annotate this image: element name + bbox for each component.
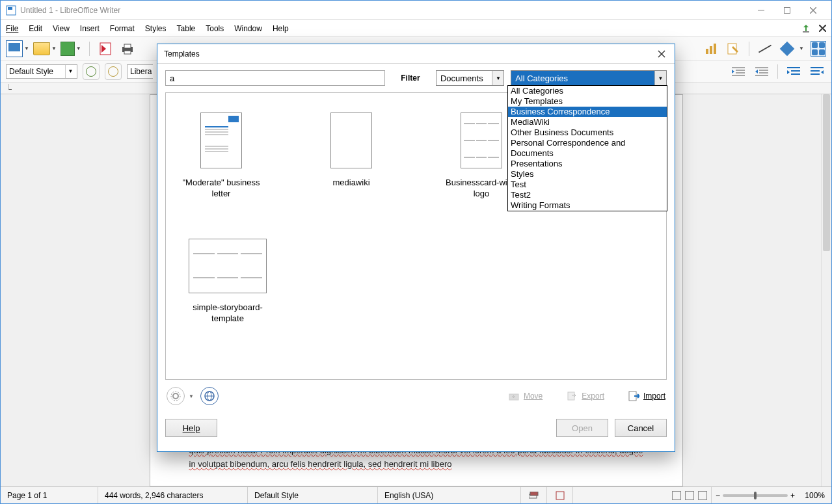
paragraph-style-combo[interactable]: Default Style ▼ <box>6 64 77 79</box>
print-icon[interactable] <box>120 41 135 57</box>
template-item[interactable]: "Moderate" business letter <box>179 113 263 200</box>
close-doc-icon[interactable] <box>819 25 826 32</box>
status-wordcount[interactable]: 444 words, 2,946 characters <box>98 487 248 503</box>
indent-left-icon[interactable] <box>808 64 826 79</box>
svg-rect-32 <box>530 492 538 496</box>
window-title: Untitled 1 - LibreOffice Writer <box>20 6 748 15</box>
menu-format[interactable]: Format <box>110 24 135 33</box>
chevron-down-icon[interactable]: ▼ <box>65 65 75 78</box>
chevron-down-icon[interactable]: ▼ <box>492 71 503 85</box>
category-option[interactable]: MediaWiki <box>508 117 667 127</box>
filter-category-select[interactable]: All Categories ▼ <box>511 70 667 86</box>
menu-insert[interactable]: Insert <box>80 24 100 33</box>
save-menu[interactable]: ▼ <box>76 46 81 51</box>
svg-rect-15 <box>714 44 716 54</box>
svg-rect-13 <box>706 49 708 54</box>
update-icon[interactable] <box>801 23 811 34</box>
menubar: File Edit View Insert Format Styles Tabl… <box>1 20 831 37</box>
menu-help[interactable]: Help <box>273 24 289 33</box>
help-button[interactable]: Help <box>165 419 217 437</box>
open-button[interactable] <box>33 42 50 55</box>
menu-tools[interactable]: Tools <box>206 24 224 33</box>
zoom-slider[interactable]: − + <box>712 491 799 500</box>
menu-styles[interactable]: Styles <box>145 24 167 33</box>
single-page-view-icon[interactable] <box>672 491 681 500</box>
template-item[interactable]: mediawiki <box>309 113 394 200</box>
indent-right-icon[interactable] <box>785 64 803 79</box>
increase-indent-icon[interactable] <box>729 64 747 79</box>
chevron-down-icon[interactable]: ▼ <box>654 71 666 85</box>
open-button: Open <box>556 419 608 437</box>
minimize-button[interactable] <box>748 3 774 18</box>
category-option[interactable]: Styles <box>508 169 667 179</box>
window-controls <box>748 3 826 18</box>
scrollbar-thumb[interactable] <box>823 94 830 251</box>
shapes-menu[interactable]: ▼ <box>799 46 804 51</box>
category-option[interactable]: Test <box>508 179 667 190</box>
import-button[interactable]: Import <box>628 390 665 402</box>
category-option[interactable]: Writing Formats <box>508 200 667 211</box>
browse-online-button[interactable] <box>200 387 219 405</box>
status-page[interactable]: Page 1 of 1 <box>1 487 98 503</box>
multi-page-view-icon[interactable] <box>685 491 694 500</box>
close-window-button[interactable] <box>800 3 826 18</box>
category-option[interactable]: All Categories <box>508 86 667 96</box>
basic-shapes-icon[interactable] <box>779 41 795 57</box>
settings-gear-button[interactable] <box>167 387 185 405</box>
open-menu[interactable]: ▼ <box>51 46 57 51</box>
vertical-scrollbar[interactable] <box>821 94 831 486</box>
decrease-indent-icon[interactable] <box>753 64 771 79</box>
svg-rect-33 <box>556 492 564 499</box>
menu-view[interactable]: View <box>53 24 70 33</box>
category-option[interactable]: My Templates <box>508 96 667 107</box>
save-button[interactable] <box>60 42 75 56</box>
status-insert-mode[interactable] <box>521 487 547 503</box>
svg-rect-42 <box>568 392 574 400</box>
insert-chart-icon[interactable] <box>703 41 719 57</box>
paragraph-style-value: Default Style <box>9 67 53 76</box>
zoom-out-icon[interactable]: − <box>716 491 720 500</box>
settings-menu[interactable]: ▼ <box>189 393 194 399</box>
category-option[interactable]: Business Correspondence <box>508 107 667 117</box>
new-doc-menu[interactable]: ▼ <box>24 46 29 51</box>
menu-edit[interactable]: Edit <box>29 24 42 33</box>
template-item[interactable]: simple-storyboard-template <box>179 239 276 325</box>
line-shape-icon[interactable] <box>757 41 773 57</box>
menu-table[interactable]: Table <box>177 24 196 33</box>
maximize-button[interactable] <box>774 3 800 18</box>
svg-rect-14 <box>710 46 712 54</box>
dialog-close-button[interactable] <box>655 47 668 60</box>
update-style-button[interactable] <box>83 63 100 80</box>
category-option[interactable]: Other Business Documents <box>508 127 667 138</box>
zoom-in-icon[interactable]: + <box>790 491 795 500</box>
new-doc-button[interactable] <box>6 40 23 57</box>
template-thumbnail <box>189 239 267 293</box>
cancel-button[interactable]: Cancel <box>615 419 667 437</box>
book-view-icon[interactable] <box>698 491 707 500</box>
font-name-combo[interactable]: Libera <box>127 64 153 79</box>
template-label: "Moderate" business letter <box>179 178 263 200</box>
status-zoom[interactable]: 100% <box>799 487 831 503</box>
status-style[interactable]: Default Style <box>248 487 378 503</box>
edit-doc-icon[interactable] <box>725 41 741 57</box>
new-style-button[interactable] <box>105 63 122 80</box>
svg-rect-1 <box>8 7 12 10</box>
template-label: simple-storyboard-template <box>179 302 276 325</box>
template-thumbnail <box>330 113 372 168</box>
menu-file[interactable]: File <box>6 24 18 33</box>
search-input[interactable] <box>165 70 385 86</box>
status-selection-mode[interactable] <box>547 487 573 503</box>
category-option[interactable]: Presentations <box>508 159 667 169</box>
category-option[interactable]: Personal Correspondence and Documents <box>508 138 667 159</box>
export-pdf-icon[interactable] <box>98 41 113 57</box>
category-option[interactable]: Test2 <box>508 190 667 200</box>
template-label: mediawiki <box>332 178 369 189</box>
filter-type-select[interactable]: Documents ▼ <box>436 70 504 86</box>
toolbar-separator <box>749 42 749 56</box>
status-view-icons <box>668 491 711 500</box>
grid-view-icon[interactable] <box>811 41 826 57</box>
status-language[interactable]: English (USA) <box>378 487 521 503</box>
template-thumbnail <box>461 113 502 168</box>
category-dropdown-list[interactable]: All CategoriesMy TemplatesBusiness Corre… <box>507 85 667 211</box>
menu-window[interactable]: Window <box>234 24 262 33</box>
